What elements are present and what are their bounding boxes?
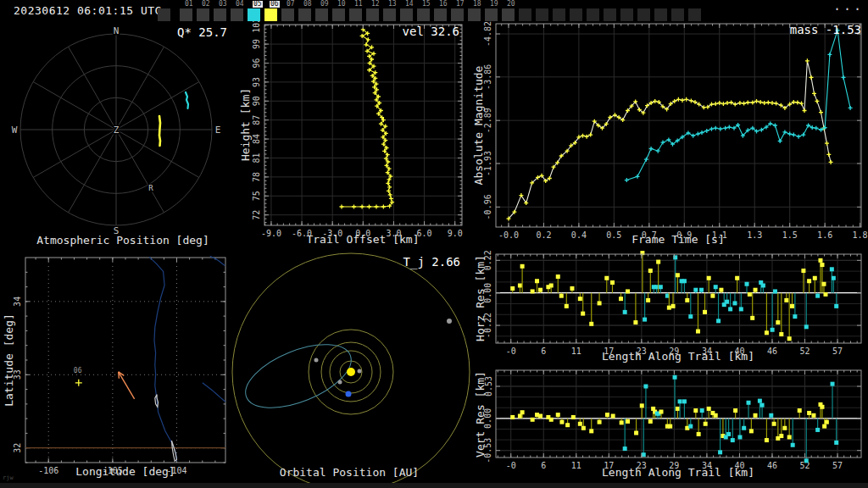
frame-chip-label: 09 xyxy=(320,1,329,8)
svg-text:93: 93 xyxy=(253,77,262,87)
frame-chip[interactable] xyxy=(688,8,701,21)
venus-dot xyxy=(338,380,342,385)
frame-chip-08[interactable] xyxy=(298,8,311,21)
svg-text:52: 52 xyxy=(799,461,810,470)
frame-chip-03[interactable] xyxy=(214,8,226,21)
frame-chip[interactable] xyxy=(536,8,548,21)
frame-chip-12[interactable] xyxy=(366,8,379,21)
frame-chip-02[interactable] xyxy=(197,8,209,21)
svg-text:90: 90 xyxy=(253,96,262,106)
svg-text:75: 75 xyxy=(253,191,262,201)
frame-chip-label: 19 xyxy=(490,1,498,8)
overflow-menu-button[interactable]: ... xyxy=(833,0,864,12)
frame-chip-16[interactable] xyxy=(434,8,447,21)
svg-text:-2.89: -2.89 xyxy=(484,108,493,133)
svg-text:9.0: 9.0 xyxy=(448,229,463,238)
svg-text:6: 6 xyxy=(541,347,546,356)
horz-res-axis-label: Horz Res [km] xyxy=(475,255,487,341)
svg-text:57: 57 xyxy=(832,461,843,470)
length-along-trail-label-top: Length Along Trail [km] xyxy=(585,351,771,363)
frame-chip-07[interactable] xyxy=(281,8,294,21)
svg-text:84: 84 xyxy=(253,134,262,144)
frame-chip[interactable] xyxy=(519,8,531,21)
frame-chip[interactable] xyxy=(620,8,633,21)
frame-chip-04[interactable] xyxy=(231,8,243,21)
frame-chip-06[interactable] xyxy=(264,8,277,21)
frame-chip-label: 11 xyxy=(354,1,363,8)
frame-chip-label: 15 xyxy=(422,1,431,8)
frame-chip-19[interactable] xyxy=(485,8,498,21)
frame-chip-label: 14 xyxy=(405,1,414,8)
frame-chip-13[interactable] xyxy=(383,8,396,21)
mass-badge: mass -1.53 xyxy=(737,24,861,36)
svg-text:6: 6 xyxy=(541,461,546,470)
height-axis-label: Height [km] xyxy=(240,88,252,161)
frame-chip-09[interactable] xyxy=(315,8,328,21)
frame-chip-label: 05 xyxy=(253,1,263,8)
svg-text:57: 57 xyxy=(832,347,843,356)
frame-chip-label: 12 xyxy=(371,1,380,8)
frame-chip-11[interactable] xyxy=(349,8,362,21)
timestamp: 20230612 06:01:15 UTC xyxy=(14,5,162,17)
mercury-dot xyxy=(358,369,362,374)
frame-chip[interactable] xyxy=(637,8,650,21)
frame-chip-label: 03 xyxy=(219,1,227,8)
frame-chip-label: 18 xyxy=(473,1,481,8)
trail-offset-axis-label: Trail Offset [km] xyxy=(278,234,448,246)
svg-text:1.5: 1.5 xyxy=(782,230,798,240)
frame-chip-label: 10 xyxy=(337,1,346,8)
svg-text:1.6: 1.6 xyxy=(817,230,832,240)
vert-res-axis-label: Vert Res [km] xyxy=(475,371,487,458)
svg-text:0.2: 0.2 xyxy=(536,230,551,240)
frame-chip-label: 16 xyxy=(439,1,448,8)
svg-text:11: 11 xyxy=(571,347,581,356)
svg-text:34: 34 xyxy=(14,297,23,307)
svg-text:-0: -0 xyxy=(506,461,516,470)
frame-chip-label: 13 xyxy=(388,1,397,8)
frame-chip-05[interactable] xyxy=(248,8,260,21)
frame-chip[interactable] xyxy=(654,8,667,21)
frame-chip-01[interactable] xyxy=(180,8,192,21)
svg-text:-3.86: -3.86 xyxy=(484,64,493,90)
svg-text:72: 72 xyxy=(253,210,262,220)
svg-text:Z: Z xyxy=(114,125,120,136)
sun-dot xyxy=(347,368,355,376)
svg-text:E: E xyxy=(215,125,221,136)
q-star-badge: Q* 25.7 xyxy=(142,26,227,38)
frame-chip[interactable] xyxy=(553,8,565,21)
frame-chip-label: 08 xyxy=(303,1,312,8)
frame-chip-label: 07 xyxy=(287,1,295,8)
frame-chip-17[interactable] xyxy=(451,8,464,21)
latitude-axis-label: Latitude [deg] xyxy=(3,313,15,407)
svg-text:96: 96 xyxy=(253,58,262,68)
svg-text:N: N xyxy=(114,25,120,36)
svg-text:1.8: 1.8 xyxy=(853,230,868,240)
frame-time-axis-label: Frame Time [s] xyxy=(593,234,763,246)
tisserand-badge: T_j 2.66 xyxy=(376,256,460,268)
frame-chip-14[interactable] xyxy=(400,8,413,21)
frame-chip-label: 02 xyxy=(202,1,210,8)
frame-chip-15[interactable] xyxy=(417,8,430,21)
svg-text:87: 87 xyxy=(253,115,262,125)
magnitude-axis-label: Absolute Magnitude xyxy=(473,66,485,186)
frame-chip-10[interactable] xyxy=(332,8,345,21)
frame-chip[interactable] xyxy=(570,8,582,21)
svg-text:81: 81 xyxy=(253,152,262,163)
meteor-analysis-dashboard: -061117232934404652570.530.00-0.53-06111… xyxy=(0,0,868,488)
frame-chip[interactable] xyxy=(158,8,170,21)
velocity-badge: vel 32.6 xyxy=(373,25,459,37)
mars-dot xyxy=(314,358,319,363)
svg-text:-0: -0 xyxy=(506,347,516,356)
frame-chip-label: 06 xyxy=(270,1,280,8)
svg-text:-4.82: -4.82 xyxy=(484,21,493,47)
frame-chip[interactable] xyxy=(671,8,684,21)
frame-chip-20[interactable] xyxy=(502,8,515,21)
frame-chip-label: 20 xyxy=(507,1,515,8)
frame-chip-18[interactable] xyxy=(468,8,481,21)
frame-chip[interactable] xyxy=(587,8,599,21)
svg-text:W: W xyxy=(12,125,18,136)
svg-text:06: 06 xyxy=(74,367,82,374)
frame-chip[interactable] xyxy=(604,8,616,21)
watermark: rjw xyxy=(3,474,14,481)
atmospheric-plot-title: Atmospheric Position [deg] xyxy=(21,235,225,247)
